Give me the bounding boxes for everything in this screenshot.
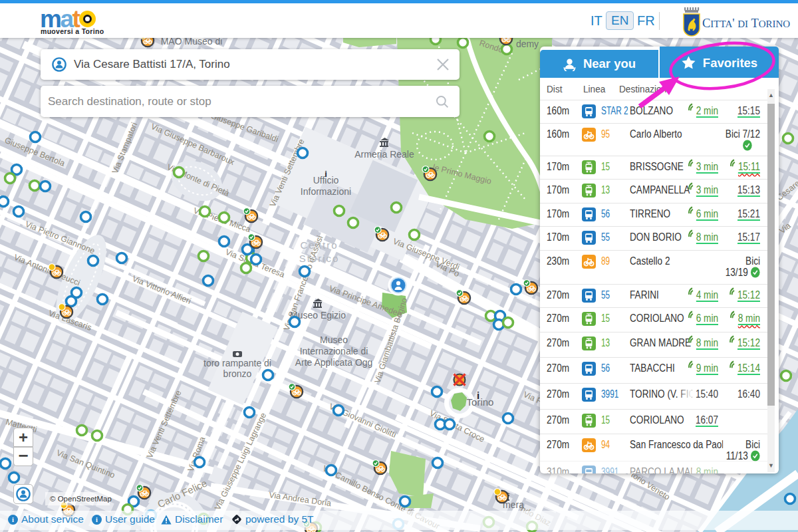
svg-text:toro rampante di: toro rampante di xyxy=(203,358,271,368)
svg-text:© OpenStreetMap: © OpenStreetMap xyxy=(50,495,112,503)
svg-text:Museo: Museo xyxy=(320,334,348,345)
svg-text:bronzo: bronzo xyxy=(223,368,252,379)
svg-text:Storico: Storico xyxy=(299,253,340,264)
svg-text:i: i xyxy=(96,516,98,523)
svg-text:demy: demy xyxy=(516,39,539,49)
svg-text:MAO Museo di: MAO Museo di xyxy=(161,38,223,47)
svg-text:Internazionale di: Internazionale di xyxy=(300,346,368,356)
svg-text:Centro: Centro xyxy=(300,239,338,251)
svg-text:i: i xyxy=(12,516,14,523)
svg-text:i: i xyxy=(477,390,479,401)
svg-text:Armeria Reale: Armeria Reale xyxy=(354,149,414,160)
svg-text:Informazioni: Informazioni xyxy=(301,186,351,197)
svg-text:i: i xyxy=(325,169,327,179)
svg-text:Torino: Torino xyxy=(467,396,494,408)
svg-text:Arte Applicata Ogg: Arte Applicata Ogg xyxy=(295,357,373,368)
